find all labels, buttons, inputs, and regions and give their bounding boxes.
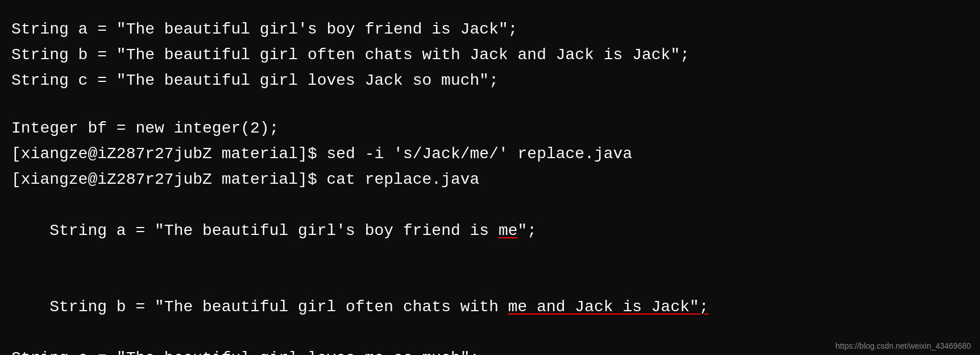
code-line-2: String b = "The beautiful girl often cha…	[11, 43, 969, 68]
line6-part2: ";	[518, 222, 537, 240]
line6-part1: String a = "The beautiful girl's boy fri…	[49, 222, 499, 240]
url-label: https://blog.csdn.net/weixin_43469680	[836, 341, 971, 350]
code-container: String a = "The beautiful girl's boy fri…	[0, 0, 980, 355]
code-line-5-prompt2: [xiangze@iZ287r27jubZ material]$ cat rep…	[11, 167, 969, 193]
code-line-7: String b = "The beautiful girl often cha…	[11, 269, 969, 345]
spacer-1	[11, 93, 969, 116]
code-line-4: Integer bf = new integer(2);	[11, 116, 969, 142]
code-line-8: String c = "The beautiful girl loves me …	[11, 346, 969, 355]
line7-and: and Jack is Jack";	[527, 298, 708, 316]
line7-part1: String b = "The beautiful girl often cha…	[49, 298, 508, 316]
code-line-6: String a = "The beautiful girl's boy fri…	[11, 193, 969, 269]
line6-me: me	[499, 222, 518, 240]
code-line-3: String c = "The beautiful girl loves Jac…	[11, 68, 969, 94]
code-line-1: String a = "The beautiful girl's boy fri…	[11, 17, 969, 43]
code-line-5-prompt1: [xiangze@iZ287r27jubZ material]$ sed -i …	[11, 142, 969, 167]
line7-me: me	[508, 298, 528, 316]
